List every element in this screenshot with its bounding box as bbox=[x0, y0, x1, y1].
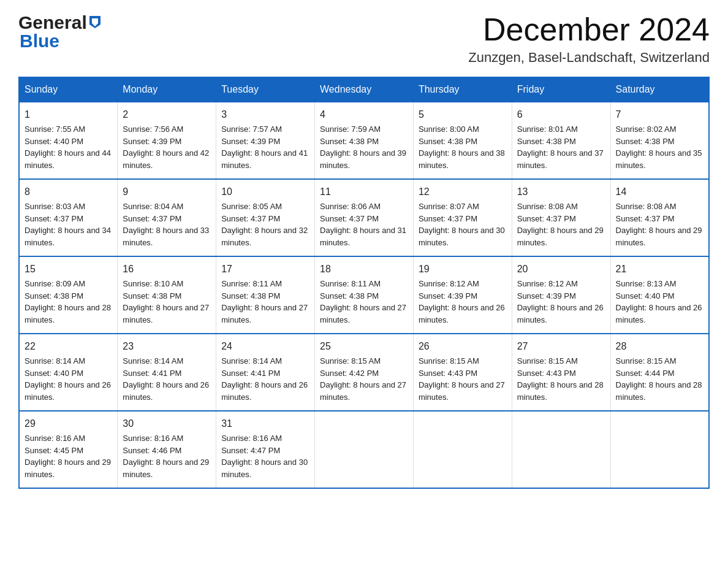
table-row bbox=[315, 411, 414, 488]
day-number: 6 bbox=[517, 107, 605, 122]
calendar-table: Sunday Monday Tuesday Wednesday Thursday… bbox=[18, 77, 710, 489]
table-row: 25 Sunrise: 8:15 AMSunset: 4:42 PMDaylig… bbox=[315, 334, 414, 411]
day-info: Sunrise: 8:15 AMSunset: 4:42 PMDaylight:… bbox=[320, 356, 406, 402]
table-row: 8 Sunrise: 8:03 AMSunset: 4:37 PMDayligh… bbox=[19, 179, 118, 256]
day-info: Sunrise: 8:07 AMSunset: 4:37 PMDaylight:… bbox=[419, 202, 505, 247]
table-row: 7 Sunrise: 8:02 AMSunset: 4:38 PMDayligh… bbox=[610, 102, 709, 179]
day-number: 27 bbox=[517, 339, 605, 354]
day-info: Sunrise: 8:08 AMSunset: 4:37 PMDaylight:… bbox=[616, 202, 702, 247]
day-info: Sunrise: 8:11 AMSunset: 4:38 PMDaylight:… bbox=[221, 279, 308, 324]
table-row: 16 Sunrise: 8:10 AMSunset: 4:38 PMDaylig… bbox=[118, 256, 216, 334]
day-number: 16 bbox=[123, 262, 211, 277]
day-number: 15 bbox=[25, 262, 112, 277]
day-info: Sunrise: 8:13 AMSunset: 4:40 PMDaylight:… bbox=[616, 279, 702, 324]
day-info: Sunrise: 8:12 AMSunset: 4:39 PMDaylight:… bbox=[419, 279, 505, 324]
day-number: 30 bbox=[123, 416, 211, 431]
day-number: 26 bbox=[419, 339, 507, 354]
day-number: 7 bbox=[616, 107, 703, 122]
table-row: 20 Sunrise: 8:12 AMSunset: 4:39 PMDaylig… bbox=[512, 256, 610, 334]
day-number: 11 bbox=[320, 185, 408, 199]
day-number: 2 bbox=[123, 107, 211, 122]
title-area: December 2024 Zunzgen, Basel-Landschaft,… bbox=[468, 12, 710, 66]
day-number: 5 bbox=[419, 107, 507, 122]
day-info: Sunrise: 8:05 AMSunset: 4:37 PMDaylight:… bbox=[221, 202, 308, 247]
day-number: 18 bbox=[320, 262, 408, 277]
header-wednesday: Wednesday bbox=[315, 77, 414, 102]
table-row: 27 Sunrise: 8:15 AMSunset: 4:43 PMDaylig… bbox=[512, 334, 610, 411]
day-info: Sunrise: 8:10 AMSunset: 4:38 PMDaylight:… bbox=[123, 279, 209, 324]
table-row: 9 Sunrise: 8:04 AMSunset: 4:37 PMDayligh… bbox=[118, 179, 216, 256]
table-row: 24 Sunrise: 8:14 AMSunset: 4:41 PMDaylig… bbox=[216, 334, 315, 411]
header-sunday: Sunday bbox=[19, 77, 118, 102]
header-saturday: Saturday bbox=[610, 77, 709, 102]
day-info: Sunrise: 8:09 AMSunset: 4:38 PMDaylight:… bbox=[25, 279, 111, 324]
table-row: 31 Sunrise: 8:16 AMSunset: 4:47 PMDaylig… bbox=[216, 411, 315, 488]
table-row: 17 Sunrise: 8:11 AMSunset: 4:38 PMDaylig… bbox=[216, 256, 315, 334]
logo-blue-text: Blue bbox=[20, 31, 59, 52]
day-number: 4 bbox=[320, 107, 408, 122]
table-row: 22 Sunrise: 8:14 AMSunset: 4:40 PMDaylig… bbox=[19, 334, 118, 411]
day-info: Sunrise: 8:11 AMSunset: 4:38 PMDaylight:… bbox=[320, 279, 406, 324]
day-info: Sunrise: 7:57 AMSunset: 4:39 PMDaylight:… bbox=[221, 124, 308, 170]
location-subtitle: Zunzgen, Basel-Landschaft, Switzerland bbox=[468, 50, 710, 66]
table-row: 1 Sunrise: 7:55 AMSunset: 4:40 PMDayligh… bbox=[19, 102, 118, 179]
table-row bbox=[413, 411, 512, 488]
month-title: December 2024 bbox=[468, 12, 710, 47]
table-row: 10 Sunrise: 8:05 AMSunset: 4:37 PMDaylig… bbox=[216, 179, 315, 256]
week-row-4: 22 Sunrise: 8:14 AMSunset: 4:40 PMDaylig… bbox=[19, 334, 709, 411]
day-info: Sunrise: 7:56 AMSunset: 4:39 PMDaylight:… bbox=[123, 124, 209, 170]
day-info: Sunrise: 8:15 AMSunset: 4:43 PMDaylight:… bbox=[517, 356, 604, 402]
table-row: 23 Sunrise: 8:14 AMSunset: 4:41 PMDaylig… bbox=[118, 334, 216, 411]
logo-arrow-icon bbox=[88, 15, 102, 31]
day-number: 29 bbox=[25, 416, 112, 431]
day-info: Sunrise: 8:16 AMSunset: 4:46 PMDaylight:… bbox=[123, 434, 209, 479]
day-info: Sunrise: 7:55 AMSunset: 4:40 PMDaylight:… bbox=[25, 124, 111, 170]
day-info: Sunrise: 8:12 AMSunset: 4:39 PMDaylight:… bbox=[517, 279, 604, 324]
day-number: 25 bbox=[320, 339, 408, 354]
table-row: 13 Sunrise: 8:08 AMSunset: 4:37 PMDaylig… bbox=[512, 179, 610, 256]
day-info: Sunrise: 8:04 AMSunset: 4:37 PMDaylight:… bbox=[123, 202, 209, 247]
day-number: 19 bbox=[419, 262, 507, 277]
week-row-1: 1 Sunrise: 7:55 AMSunset: 4:40 PMDayligh… bbox=[19, 102, 709, 179]
day-info: Sunrise: 8:14 AMSunset: 4:41 PMDaylight:… bbox=[123, 356, 209, 402]
week-row-5: 29 Sunrise: 8:16 AMSunset: 4:45 PMDaylig… bbox=[19, 411, 709, 488]
day-number: 23 bbox=[123, 339, 211, 354]
day-number: 10 bbox=[221, 185, 309, 199]
day-number: 21 bbox=[616, 262, 703, 277]
day-info: Sunrise: 8:14 AMSunset: 4:40 PMDaylight:… bbox=[25, 356, 111, 402]
logo-general-text: General bbox=[18, 12, 87, 33]
day-number: 20 bbox=[517, 262, 605, 277]
day-info: Sunrise: 8:01 AMSunset: 4:38 PMDaylight:… bbox=[517, 124, 604, 170]
day-number: 31 bbox=[221, 416, 309, 431]
day-number: 12 bbox=[419, 185, 507, 199]
table-row: 15 Sunrise: 8:09 AMSunset: 4:38 PMDaylig… bbox=[19, 256, 118, 334]
day-info: Sunrise: 8:03 AMSunset: 4:37 PMDaylight:… bbox=[25, 202, 111, 247]
table-row: 4 Sunrise: 7:59 AMSunset: 4:38 PMDayligh… bbox=[315, 102, 414, 179]
day-info: Sunrise: 8:06 AMSunset: 4:37 PMDaylight:… bbox=[320, 202, 406, 247]
day-number: 8 bbox=[25, 185, 112, 199]
header-tuesday: Tuesday bbox=[216, 77, 315, 102]
day-number: 24 bbox=[221, 339, 309, 354]
week-row-3: 15 Sunrise: 8:09 AMSunset: 4:38 PMDaylig… bbox=[19, 256, 709, 334]
day-number: 3 bbox=[221, 107, 309, 122]
table-row: 19 Sunrise: 8:12 AMSunset: 4:39 PMDaylig… bbox=[413, 256, 512, 334]
day-number: 22 bbox=[25, 339, 112, 354]
day-number: 9 bbox=[123, 185, 211, 199]
day-number: 1 bbox=[25, 107, 112, 122]
table-row: 18 Sunrise: 8:11 AMSunset: 4:38 PMDaylig… bbox=[315, 256, 414, 334]
table-row: 30 Sunrise: 8:16 AMSunset: 4:46 PMDaylig… bbox=[118, 411, 216, 488]
table-row: 29 Sunrise: 8:16 AMSunset: 4:45 PMDaylig… bbox=[19, 411, 118, 488]
table-row: 14 Sunrise: 8:08 AMSunset: 4:37 PMDaylig… bbox=[610, 179, 709, 256]
table-row: 21 Sunrise: 8:13 AMSunset: 4:40 PMDaylig… bbox=[610, 256, 709, 334]
header-friday: Friday bbox=[512, 77, 610, 102]
weekday-header-row: Sunday Monday Tuesday Wednesday Thursday… bbox=[19, 77, 709, 102]
day-info: Sunrise: 7:59 AMSunset: 4:38 PMDaylight:… bbox=[320, 124, 406, 170]
table-row: 12 Sunrise: 8:07 AMSunset: 4:37 PMDaylig… bbox=[413, 179, 512, 256]
day-info: Sunrise: 8:16 AMSunset: 4:47 PMDaylight:… bbox=[221, 434, 308, 479]
table-row: 3 Sunrise: 7:57 AMSunset: 4:39 PMDayligh… bbox=[216, 102, 315, 179]
header-thursday: Thursday bbox=[413, 77, 512, 102]
table-row: 6 Sunrise: 8:01 AMSunset: 4:38 PMDayligh… bbox=[512, 102, 610, 179]
table-row: 2 Sunrise: 7:56 AMSunset: 4:39 PMDayligh… bbox=[118, 102, 216, 179]
table-row: 5 Sunrise: 8:00 AMSunset: 4:38 PMDayligh… bbox=[413, 102, 512, 179]
day-number: 28 bbox=[616, 339, 703, 354]
